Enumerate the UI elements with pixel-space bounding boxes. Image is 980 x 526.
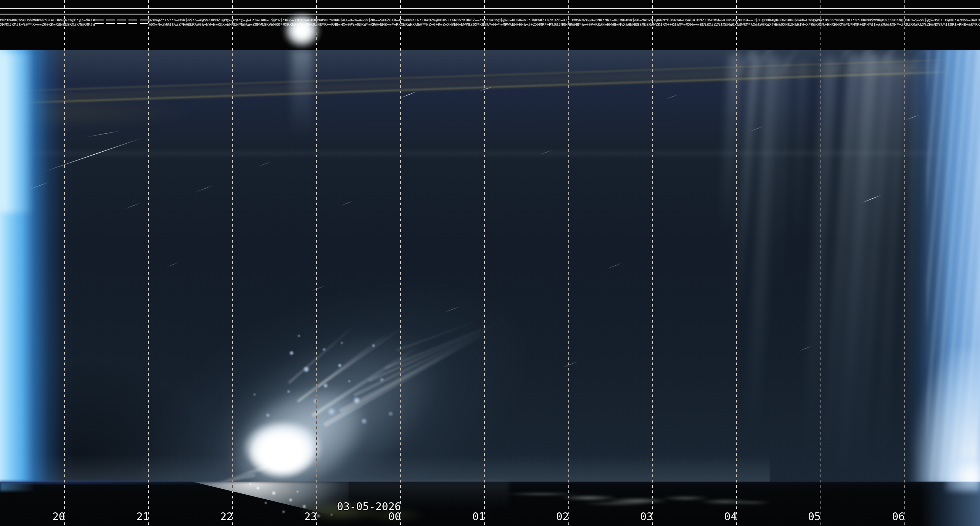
foreground-green-patch	[349, 504, 438, 526]
sky-faint-band	[0, 148, 980, 159]
horizon-blue-edge	[0, 480, 266, 484]
top-data-strip: MN*0%#R8%$8H$%WXK%K*8+WHHK%$NZ%@0*@Z=MWX…	[0, 0, 980, 50]
overexposed-smear	[291, 49, 312, 138]
dusk-glow-core	[0, 53, 34, 213]
dashed-line	[95, 19, 149, 21]
header-line	[0, 8, 980, 9]
dawn-glow-below-horizon	[921, 481, 980, 526]
timestamp-plain-segment	[95, 17, 149, 29]
overexposed-blob	[283, 12, 321, 49]
dashed-line	[95, 23, 149, 24]
moon-glow-center	[248, 429, 315, 480]
header-line	[0, 14, 980, 14]
keogram-image: MN*0%#R8%$8H$%WXK%K*8+WHHK%$NZ%@0*@Z=MWX…	[0, 0, 980, 526]
